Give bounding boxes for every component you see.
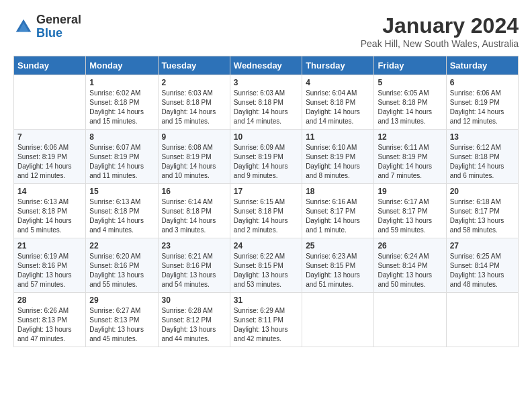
week-row-3: 14Sunrise: 6:13 AM Sunset: 8:18 PM Dayli… (14, 184, 519, 238)
day-info: Sunrise: 6:06 AM Sunset: 8:19 PM Dayligh… (17, 143, 82, 181)
calendar-cell: 31Sunrise: 6:29 AM Sunset: 8:11 PM Dayli… (230, 293, 302, 347)
week-row-2: 7Sunrise: 6:06 AM Sunset: 8:19 PM Daylig… (14, 130, 519, 184)
day-number: 26 (378, 241, 442, 250)
day-info: Sunrise: 6:05 AM Sunset: 8:18 PM Dayligh… (378, 89, 442, 126)
day-info: Sunrise: 6:06 AM Sunset: 8:19 PM Dayligh… (450, 89, 515, 126)
weekday-header-monday: Monday (86, 56, 158, 75)
calendar-cell: 20Sunrise: 6:18 AM Sunset: 8:17 PM Dayli… (446, 184, 518, 238)
day-number: 1 (89, 78, 154, 87)
week-row-5: 28Sunrise: 6:26 AM Sunset: 8:13 PM Dayli… (14, 293, 519, 347)
logo-icon (13, 17, 34, 37)
location-subtitle: Peak Hill, New South Wales, Australia (361, 38, 519, 49)
month-title: January 2024 (361, 13, 519, 38)
weekday-header-saturday: Saturday (446, 56, 518, 75)
day-number: 13 (450, 132, 515, 142)
day-number: 12 (378, 132, 442, 142)
day-number: 22 (89, 241, 154, 250)
day-info: Sunrise: 6:03 AM Sunset: 8:18 PM Dayligh… (234, 89, 298, 126)
calendar-cell: 4Sunrise: 6:04 AM Sunset: 8:18 PM Daylig… (302, 75, 374, 130)
day-info: Sunrise: 6:17 AM Sunset: 8:17 PM Dayligh… (378, 197, 442, 235)
day-info: Sunrise: 6:28 AM Sunset: 8:12 PM Dayligh… (162, 306, 226, 344)
calendar-cell: 23Sunrise: 6:21 AM Sunset: 8:16 PM Dayli… (158, 238, 230, 293)
calendar-cell: 11Sunrise: 6:10 AM Sunset: 8:19 PM Dayli… (302, 130, 374, 184)
day-info: Sunrise: 6:14 AM Sunset: 8:18 PM Dayligh… (162, 197, 226, 235)
day-number: 21 (17, 241, 82, 250)
calendar-cell: 24Sunrise: 6:22 AM Sunset: 8:15 PM Dayli… (230, 238, 302, 293)
weekday-header-friday: Friday (374, 56, 446, 75)
calendar-cell: 19Sunrise: 6:17 AM Sunset: 8:17 PM Dayli… (374, 184, 446, 238)
calendar-cell: 10Sunrise: 6:09 AM Sunset: 8:19 PM Dayli… (230, 130, 302, 184)
day-info: Sunrise: 6:03 AM Sunset: 8:18 PM Dayligh… (162, 89, 226, 126)
day-info: Sunrise: 6:22 AM Sunset: 8:15 PM Dayligh… (234, 252, 298, 289)
day-number: 3 (234, 78, 298, 87)
day-number: 11 (306, 132, 370, 142)
calendar-cell: 22Sunrise: 6:20 AM Sunset: 8:16 PM Dayli… (86, 238, 158, 293)
calendar-cell: 21Sunrise: 6:19 AM Sunset: 8:16 PM Dayli… (14, 238, 86, 293)
calendar-cell: 6Sunrise: 6:06 AM Sunset: 8:19 PM Daylig… (446, 75, 518, 130)
day-number: 7 (17, 132, 82, 142)
day-info: Sunrise: 6:25 AM Sunset: 8:14 PM Dayligh… (450, 252, 515, 289)
day-info: Sunrise: 6:04 AM Sunset: 8:18 PM Dayligh… (306, 89, 370, 126)
calendar-cell: 13Sunrise: 6:12 AM Sunset: 8:18 PM Dayli… (446, 130, 518, 184)
day-number: 18 (306, 187, 370, 196)
calendar-cell: 27Sunrise: 6:25 AM Sunset: 8:14 PM Dayli… (446, 238, 518, 293)
calendar-cell (374, 293, 446, 347)
day-number: 4 (306, 78, 370, 87)
day-number: 31 (234, 295, 298, 305)
day-info: Sunrise: 6:24 AM Sunset: 8:14 PM Dayligh… (378, 252, 442, 289)
calendar-header: SundayMondayTuesdayWednesdayThursdayFrid… (14, 56, 519, 75)
day-info: Sunrise: 6:15 AM Sunset: 8:18 PM Dayligh… (234, 197, 298, 235)
calendar-cell: 5Sunrise: 6:05 AM Sunset: 8:18 PM Daylig… (374, 75, 446, 130)
calendar-cell: 15Sunrise: 6:13 AM Sunset: 8:18 PM Dayli… (86, 184, 158, 238)
day-info: Sunrise: 6:10 AM Sunset: 8:19 PM Dayligh… (306, 143, 370, 181)
day-info: Sunrise: 6:20 AM Sunset: 8:16 PM Dayligh… (89, 252, 154, 289)
calendar-cell: 26Sunrise: 6:24 AM Sunset: 8:14 PM Dayli… (374, 238, 446, 293)
day-number: 5 (378, 78, 442, 87)
day-info: Sunrise: 6:26 AM Sunset: 8:13 PM Dayligh… (17, 306, 82, 344)
day-number: 17 (234, 187, 298, 196)
title-block: January 2024 Peak Hill, New South Wales,… (361, 13, 519, 49)
day-info: Sunrise: 6:11 AM Sunset: 8:19 PM Dayligh… (378, 143, 442, 181)
calendar-cell: 7Sunrise: 6:06 AM Sunset: 8:19 PM Daylig… (14, 130, 86, 184)
day-number: 16 (162, 187, 226, 196)
calendar-cell: 14Sunrise: 6:13 AM Sunset: 8:18 PM Dayli… (14, 184, 86, 238)
day-info: Sunrise: 6:13 AM Sunset: 8:18 PM Dayligh… (89, 197, 154, 235)
day-info: Sunrise: 6:07 AM Sunset: 8:19 PM Dayligh… (89, 143, 154, 181)
day-number: 23 (162, 241, 226, 250)
weekday-header-tuesday: Tuesday (158, 56, 230, 75)
day-number: 19 (378, 187, 442, 196)
calendar-cell: 16Sunrise: 6:14 AM Sunset: 8:18 PM Dayli… (158, 184, 230, 238)
weekday-header-wednesday: Wednesday (230, 56, 302, 75)
day-number: 28 (17, 295, 82, 305)
day-info: Sunrise: 6:12 AM Sunset: 8:18 PM Dayligh… (450, 143, 515, 181)
calendar-cell: 28Sunrise: 6:26 AM Sunset: 8:13 PM Dayli… (14, 293, 86, 347)
day-number: 8 (89, 132, 154, 142)
day-info: Sunrise: 6:27 AM Sunset: 8:13 PM Dayligh… (89, 306, 154, 344)
day-info: Sunrise: 6:29 AM Sunset: 8:11 PM Dayligh… (234, 306, 298, 344)
calendar-cell: 18Sunrise: 6:16 AM Sunset: 8:17 PM Dayli… (302, 184, 374, 238)
weekday-header-sunday: Sunday (14, 56, 86, 75)
calendar-cell: 29Sunrise: 6:27 AM Sunset: 8:13 PM Dayli… (86, 293, 158, 347)
day-info: Sunrise: 6:13 AM Sunset: 8:18 PM Dayligh… (17, 197, 82, 235)
weekday-header-thursday: Thursday (302, 56, 374, 75)
day-number: 24 (234, 241, 298, 250)
day-info: Sunrise: 6:19 AM Sunset: 8:16 PM Dayligh… (17, 252, 82, 289)
day-info: Sunrise: 6:09 AM Sunset: 8:19 PM Dayligh… (234, 143, 298, 181)
calendar-cell: 30Sunrise: 6:28 AM Sunset: 8:12 PM Dayli… (158, 293, 230, 347)
day-number: 27 (450, 241, 515, 250)
day-info: Sunrise: 6:23 AM Sunset: 8:15 PM Dayligh… (306, 252, 370, 289)
calendar-cell: 3Sunrise: 6:03 AM Sunset: 8:18 PM Daylig… (230, 75, 302, 130)
day-info: Sunrise: 6:02 AM Sunset: 8:18 PM Dayligh… (89, 89, 154, 126)
calendar-cell: 1Sunrise: 6:02 AM Sunset: 8:18 PM Daylig… (86, 75, 158, 130)
day-number: 2 (162, 78, 226, 87)
day-info: Sunrise: 6:16 AM Sunset: 8:17 PM Dayligh… (306, 197, 370, 235)
day-number: 14 (17, 187, 82, 196)
day-number: 10 (234, 132, 298, 142)
calendar-cell (446, 293, 518, 347)
day-number: 9 (162, 132, 226, 142)
week-row-4: 21Sunrise: 6:19 AM Sunset: 8:16 PM Dayli… (14, 238, 519, 293)
day-info: Sunrise: 6:21 AM Sunset: 8:16 PM Dayligh… (162, 252, 226, 289)
day-info: Sunrise: 6:08 AM Sunset: 8:19 PM Dayligh… (162, 143, 226, 181)
logo: General Blue (13, 13, 81, 40)
calendar-cell: 12Sunrise: 6:11 AM Sunset: 8:19 PM Dayli… (374, 130, 446, 184)
